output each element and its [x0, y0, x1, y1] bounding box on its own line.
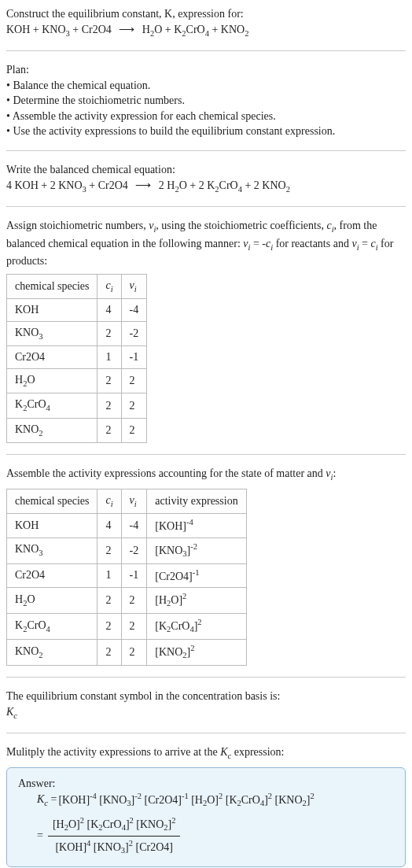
stoich-intro: Assign stoichiometric numbers, νi, using… [6, 218, 406, 269]
col-ci: ci [97, 489, 121, 513]
activity-intro: Assemble the activity expressions accoun… [6, 466, 406, 483]
table-row: KNO222[KNO2]2 [7, 640, 247, 666]
cell-ci: 2 [97, 640, 121, 666]
table-row: KNO32-2[KNO3]-2 [7, 537, 247, 563]
cell-vi: 2 [121, 418, 147, 442]
cell-vi: -1 [121, 563, 147, 587]
kc-denominator: [KOH]4 [KNO3]2 [Cr2O4] [48, 837, 181, 859]
kc-symbol-section: The equilibrium constant symbol in the c… [6, 689, 406, 722]
col-vi: νi [121, 274, 147, 298]
cell-activity: [KNO3]-2 [147, 537, 246, 563]
divider [6, 733, 406, 733]
cell-ci: 2 [97, 321, 121, 345]
cell-ci: 4 [97, 514, 121, 537]
cell-ci: 2 [97, 614, 121, 640]
activity-table: chemical species ci νi activity expressi… [6, 489, 247, 667]
cell-species: Cr2O4 [7, 563, 97, 587]
table-row: H2O22 [7, 368, 147, 393]
col-activity: activity expression [147, 489, 246, 513]
divider [6, 454, 406, 455]
cell-vi: -2 [121, 537, 147, 563]
cell-species: KNO2 [7, 418, 97, 442]
kc-flat-line: Kc = [KOH]-4 [KNO3]-2 [Cr2O4]-1 [H2O]2 [… [37, 791, 315, 810]
divider [6, 150, 406, 151]
plan-section: Plan: • Balance the chemical equation. •… [6, 62, 406, 139]
cell-species: KNO2 [7, 640, 97, 666]
balanced-title: Write the balanced chemical equation: [6, 162, 406, 178]
final-intro: Mulitply the activity expressions to arr… [6, 744, 406, 762]
activity-section: Assemble the activity expressions accoun… [6, 466, 406, 666]
balanced-equation: 4 KOH + 2 KNO3 + Cr2O4 ⟶ 2 H2O + 2 K2CrO… [6, 178, 406, 195]
intro-section: Construct the equilibrium constant, K, e… [6, 6, 406, 39]
cell-species: KNO3 [7, 537, 97, 563]
balanced-section: Write the balanced chemical equation: 4 … [6, 162, 406, 195]
kc-fraction: [H2O]2 [K2CrO4]2 [KNO2]2 [KOH]4 [KNO3]2 … [48, 814, 181, 859]
kc-symbol: Kc [6, 704, 406, 722]
cell-activity: [KOH]-4 [147, 514, 246, 537]
cell-vi: 2 [121, 393, 147, 418]
final-section: Mulitply the activity expressions to arr… [6, 744, 406, 867]
cell-vi: 2 [121, 368, 147, 393]
table-header-row: chemical species ci νi [7, 274, 147, 298]
kc-expression: Kc = [KOH]-4 [KNO3]-2 [Cr2O4]-1 [H2O]2 [… [37, 791, 394, 810]
table-row: KOH4-4 [7, 299, 147, 322]
cell-vi: -4 [121, 514, 147, 537]
kc-numerator: [H2O]2 [K2CrO4]2 [KNO2]2 [48, 814, 181, 837]
plan-title: Plan: [6, 62, 406, 78]
cell-species: K2CrO4 [7, 393, 97, 418]
cell-ci: 1 [97, 346, 121, 369]
cell-vi: -2 [121, 321, 147, 345]
kc-eq2: = [37, 828, 43, 844]
col-species: chemical species [7, 274, 97, 298]
table-row: KNO32-2 [7, 321, 147, 345]
table-row: K2CrO422[K2CrO4]2 [7, 614, 247, 640]
intro-line1: Construct the equilibrium constant, K, e… [6, 6, 406, 22]
cell-ci: 2 [97, 368, 121, 393]
table-row: H2O22[H2O]2 [7, 587, 247, 613]
table-row: Cr2O41-1[Cr2O4]-1 [7, 563, 247, 587]
cell-species: Cr2O4 [7, 346, 97, 369]
cell-vi: 2 [121, 614, 147, 640]
plan-bullet-4: • Use the activity expressions to build … [6, 124, 406, 139]
cell-ci: 1 [97, 563, 121, 587]
stoich-section: Assign stoichiometric numbers, νi, using… [6, 218, 406, 443]
cell-ci: 2 [97, 418, 121, 442]
cell-species: H2O [7, 587, 97, 613]
table-row: KNO222 [7, 418, 147, 442]
kc-flat-expr: [KOH]-4 [KNO3]-2 [Cr2O4]-1 [H2O]2 [K2CrO… [58, 791, 314, 810]
cell-activity: [H2O]2 [147, 587, 246, 613]
kc-lhs: Kc = [37, 792, 57, 809]
answer-box: Answer: Kc = [KOH]-4 [KNO3]-2 [Cr2O4]-1 … [6, 767, 406, 867]
cell-activity: [Cr2O4]-1 [147, 563, 246, 587]
cell-species: K2CrO4 [7, 614, 97, 640]
cell-vi: 2 [121, 587, 147, 613]
cell-vi: -4 [121, 299, 147, 322]
table-header-row: chemical species ci νi activity expressi… [7, 489, 247, 513]
kc-fraction-line: = [H2O]2 [K2CrO4]2 [KNO2]2 [KOH]4 [KNO3]… [37, 814, 394, 859]
answer-label: Answer: [18, 776, 394, 792]
unbalanced-equation: KOH + KNO3 + Cr2O4 ⟶ H2O + K2CrO4 + KNO2 [6, 22, 406, 39]
table-row: KOH4-4[KOH]-4 [7, 514, 247, 537]
cell-ci: 2 [97, 587, 121, 613]
col-species: chemical species [7, 489, 97, 513]
plan-bullet-2: • Determine the stoichiometric numbers. [6, 93, 406, 109]
stoich-table: chemical species ci νi KOH4-4 KNO32-2 Cr… [6, 274, 147, 444]
cell-ci: 2 [97, 393, 121, 418]
cell-ci: 4 [97, 299, 121, 322]
col-ci: ci [97, 274, 121, 298]
plan-bullet-1: • Balance the chemical equation. [6, 78, 406, 94]
divider [6, 50, 406, 51]
col-vi: νi [121, 489, 147, 513]
divider [6, 677, 406, 678]
cell-species: H2O [7, 368, 97, 393]
table-row: Cr2O41-1 [7, 346, 147, 369]
plan-bullet-3: • Assemble the activity expression for e… [6, 109, 406, 124]
cell-activity: [KNO2]2 [147, 640, 246, 666]
cell-activity: [K2CrO4]2 [147, 614, 246, 640]
cell-vi: -1 [121, 346, 147, 369]
cell-ci: 2 [97, 537, 121, 563]
cell-species: KNO3 [7, 321, 97, 345]
cell-species: KOH [7, 514, 97, 537]
cell-species: KOH [7, 299, 97, 322]
table-row: K2CrO422 [7, 393, 147, 418]
